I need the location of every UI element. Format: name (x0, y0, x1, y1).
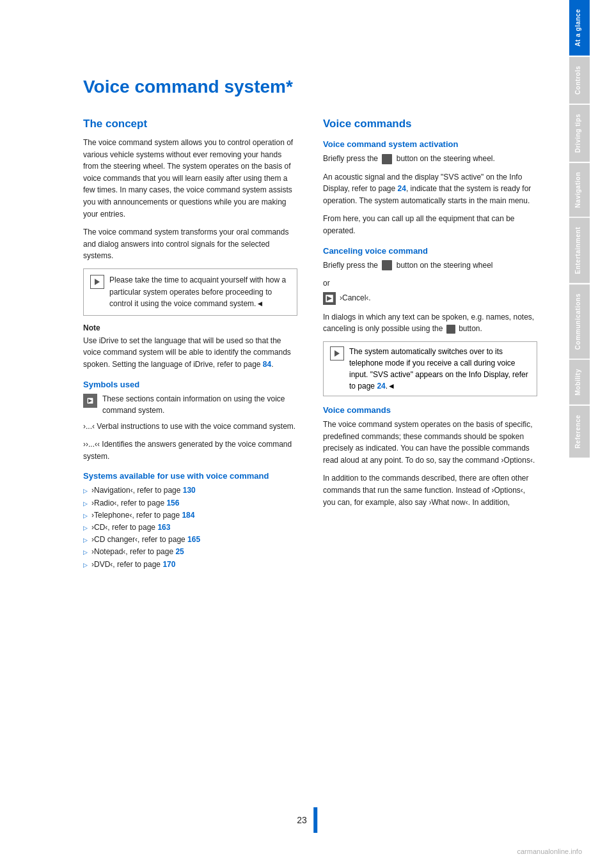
cancel-row: ›Cancel‹. (323, 292, 537, 305)
symbol1-row: These sections contain information on us… (83, 393, 297, 417)
sidebar-tab-at-a-glance[interactable]: At a glance (569, 0, 590, 56)
commands-body2: In addition to the commands described, t… (323, 472, 537, 508)
button-icon-steering (382, 154, 392, 164)
sidebar-tab-navigation[interactable]: Navigation (569, 163, 590, 217)
systems-list: ›Navigation‹, refer to page 130 ›Radio‹,… (83, 484, 297, 570)
symbols-title: Symbols used (83, 380, 297, 389)
sidebar-tab-reference[interactable]: Reference (569, 406, 590, 458)
list-item: ›Navigation‹, refer to page 130 (83, 484, 297, 497)
page-number: 23 (297, 815, 307, 825)
systems-title: Systems available for use with voice com… (83, 471, 297, 481)
cancel-info-text: The system automatically switches over t… (349, 346, 530, 392)
symbol3-text: ››...‹‹ Identifies the answers generated… (83, 438, 297, 462)
symbol2-text: ›...‹ Verbal instructions to use with th… (83, 421, 297, 433)
list-item: ›CD‹, refer to page 163 (83, 522, 297, 534)
sidebar-tab-entertainment[interactable]: Entertainment (569, 218, 590, 283)
info-arrow-icon (330, 346, 344, 360)
symbol1-icon (83, 394, 97, 408)
concept-title: The concept (83, 118, 297, 130)
commands-subtitle: Voice commands (323, 405, 537, 415)
cancel-voice-icon (323, 292, 336, 305)
page-number-line (313, 807, 317, 833)
button-icon-cancel (382, 260, 392, 270)
cancel-subtitle: Canceling voice command (323, 246, 537, 256)
sidebar-tab-mobility[interactable]: Mobility (569, 360, 590, 405)
button-icon-cancel2 (446, 325, 455, 334)
list-item: ›Radio‹, refer to page 156 (83, 497, 297, 509)
sidebar-tab-driving-tips[interactable]: Driving tips (569, 105, 590, 162)
sidebar-tab-communications[interactable]: Communications (569, 284, 590, 359)
commands-body1: The voice command system operates on the… (323, 419, 537, 466)
concept-note-box: Please take the time to acquaint yoursel… (83, 268, 297, 316)
cancel-info-box: The system automatically switches over t… (323, 341, 537, 396)
note-section-body: Use iDrive to set the language that will… (83, 335, 297, 371)
activation-body1: Briefly press the button on the steering… (323, 153, 537, 165)
list-item: ›Telephone‹, refer to page 184 (83, 509, 297, 522)
cancel-body3: In dialogs in which any text can be spok… (323, 311, 537, 335)
sidebar: At a glance Controls Driving tips Naviga… (569, 0, 590, 868)
concept-note-text: Please take the time to acquaint yoursel… (109, 274, 290, 310)
concept-body2: The voice command system transforms your… (83, 226, 297, 262)
voice-commands-title: Voice commands (323, 118, 537, 130)
activation-body3: An acoustic signal and the display "SVS … (323, 171, 537, 207)
sidebar-tab-controls[interactable]: Controls (569, 57, 590, 104)
list-item: ›DVD‹, refer to page 170 (83, 559, 297, 571)
svg-marker-5 (335, 350, 340, 357)
activation-subtitle: Voice command system activation (323, 139, 537, 149)
list-item: ›Notepad‹, refer to page 25 (83, 546, 297, 558)
cancel-body1: Briefly press the button on the steering… (323, 260, 537, 272)
note-arrow-icon (90, 275, 104, 289)
watermark: carmanualonline.info (517, 848, 582, 855)
note-section-title: Note (83, 323, 297, 332)
list-item: ›CD changer‹, refer to page 165 (83, 534, 297, 546)
activation-body5: From here, you can call up all the equip… (323, 213, 537, 236)
page-title: Voice command system* (83, 77, 537, 97)
concept-body1: The voice command system allows you to c… (83, 137, 297, 220)
svg-marker-0 (95, 279, 100, 285)
or-text: or (323, 277, 537, 290)
